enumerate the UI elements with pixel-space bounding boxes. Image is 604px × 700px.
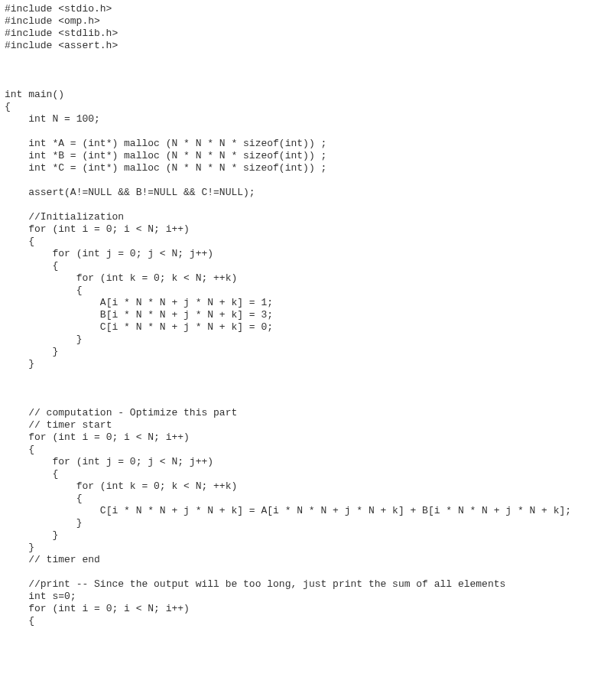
source-code-block: #include <stdio.h> #include <omp.h> #inc…: [0, 0, 604, 630]
